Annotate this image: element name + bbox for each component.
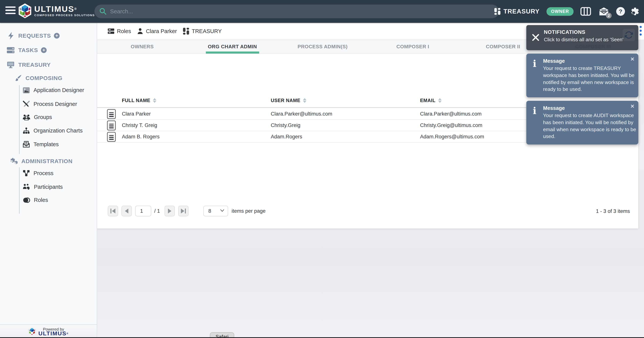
help-button[interactable]: ? — [616, 7, 625, 16]
composing-group-line — [19, 85, 20, 154]
row-menu-button[interactable] — [107, 109, 116, 119]
powered-by-footer: Powered by ULTIMUS® — [0, 324, 97, 338]
sidebar-section-administration[interactable]: ADMINISTRATION — [10, 158, 72, 165]
notification-message[interactable]: i ✕ Message Your request to create AUDIT… — [526, 101, 638, 145]
tasks-icon — [7, 47, 14, 54]
sort-icon — [438, 98, 442, 103]
sidebar-section-composing[interactable]: COMPOSING — [14, 75, 62, 82]
process-network-icon — [23, 170, 30, 176]
workspace-name[interactable]: TREASURY — [504, 8, 540, 15]
owner-badge: OWNER — [546, 7, 574, 16]
paintbrush-icon — [14, 75, 22, 82]
refresh-icon — [624, 31, 633, 39]
kebab-menu-icon[interactable] — [640, 26, 642, 37]
breadcrumb-item-roles[interactable]: Roles — [108, 28, 131, 34]
breadcrumb-item-workspace[interactable]: TREASURY — [183, 28, 222, 35]
close-icon[interactable]: ✕ — [630, 56, 634, 62]
image-icon — [23, 87, 30, 93]
powered-by-brand: ULTIMUS® — [38, 331, 68, 336]
top-navigation-bar: ULTIMUS® COMPOSED PROCESS SOLUTIONS TREA… — [0, 0, 644, 23]
columns-view-button[interactable] — [580, 7, 591, 16]
add-request-icon[interactable]: + — [54, 33, 60, 39]
cell-full-name: Adam B. Rogers — [122, 134, 160, 140]
notifications-dismiss-all[interactable]: NOTIFICATIONS Click to dismiss all and s… — [526, 25, 638, 50]
info-icon: i — [533, 59, 536, 68]
roles-icon — [23, 197, 30, 203]
workspace-blocks-icon — [494, 8, 500, 15]
sidebar-item-templates[interactable]: Templates — [23, 141, 59, 148]
templates-icon — [23, 141, 30, 148]
prev-page-button[interactable] — [122, 206, 132, 216]
cell-full-name: Clara Parker — [122, 111, 151, 117]
help-icon: ? — [616, 7, 625, 16]
cell-user-name: Clara.Parker@ultimus.com — [271, 111, 332, 117]
sidebar-item-participants[interactable]: Participants — [23, 184, 63, 190]
main-content: Roles Clara Parker TREASURY OWNERS ORG C… — [97, 23, 644, 338]
cell-email: Clara.Parker@ultimus.com — [420, 111, 482, 117]
notifications-panel: NOTIFICATIONS Click to dismiss all and s… — [526, 25, 638, 145]
add-task-icon[interactable]: + — [41, 47, 47, 53]
roles-breadcrumb-icon — [108, 28, 114, 34]
close-icon[interactable] — [532, 33, 540, 41]
items-range-label: 1 - 3 of 3 items — [596, 208, 630, 214]
topbar-actions: TREASURY OWNER 2 ? — [494, 0, 640, 23]
groups-icon — [23, 114, 30, 120]
gears-icon — [10, 158, 19, 165]
page-number-input[interactable] — [135, 206, 151, 216]
refresh-notifications-button[interactable] — [623, 29, 635, 41]
notification-message[interactable]: i ✕ Message Your request to create TREAS… — [526, 54, 638, 97]
sidebar-item-application-designer[interactable]: Application Designer — [23, 87, 84, 93]
cell-full-name: Christy T. Greig — [122, 122, 157, 128]
next-page-button[interactable] — [164, 206, 175, 216]
notifications-subtitle: Click to dismiss all and set as 'Seen' — [544, 37, 623, 43]
last-page-button[interactable] — [178, 206, 188, 216]
sidebar: REQUESTS + TASKS + TREASURY COMPOSING — [0, 23, 97, 338]
tab-process-admins[interactable]: PROCESS ADMIN(S) — [278, 40, 368, 53]
column-header-email[interactable]: EMAIL — [420, 98, 442, 103]
person-icon — [137, 28, 143, 34]
menu-hamburger-icon[interactable] — [5, 6, 16, 16]
row-menu-button[interactable] — [107, 132, 116, 142]
sidebar-item-process-designer[interactable]: Process Designer — [23, 101, 77, 107]
column-header-full-name[interactable]: FULL NAME — [122, 98, 156, 103]
mail-badge: 2 — [606, 13, 612, 18]
cell-email: Adam.Rogers@ultimus.com — [420, 134, 484, 140]
sidebar-item-groups[interactable]: Groups — [23, 114, 52, 120]
breadcrumb-item-user[interactable]: Clara Parker — [137, 28, 177, 34]
administration-group-line — [19, 167, 20, 214]
items-per-page-select[interactable]: 8 — [203, 206, 228, 216]
logo-wordmark: ULTIMUS® — [34, 5, 95, 13]
tab-composer-1[interactable]: COMPOSER I — [368, 40, 458, 53]
notifications-title: NOTIFICATIONS — [544, 29, 623, 35]
sidebar-item-roles[interactable]: Roles — [23, 197, 48, 203]
pen-brush-icon — [23, 101, 30, 107]
tab-org-chart-admin[interactable]: ORG CHART ADMIN — [187, 40, 278, 53]
ultimus-logo: ULTIMUS® COMPOSED PROCESS SOLUTIONS — [18, 3, 95, 19]
sidebar-item-treasury-workspace[interactable]: TREASURY — [7, 61, 51, 68]
column-header-user-name[interactable]: USER NAME — [271, 98, 306, 103]
sidebar-item-process[interactable]: Process — [23, 170, 54, 176]
items-per-page-label: items per page — [232, 208, 266, 214]
participants-icon — [23, 184, 30, 190]
sort-icon — [153, 98, 156, 103]
messages-button[interactable]: 2 — [599, 7, 609, 16]
cell-email: Christy.Greig@ultimus.com — [420, 122, 482, 128]
sidebar-item-requests[interactable]: REQUESTS + — [8, 32, 60, 39]
sidebar-item-tasks[interactable]: TASKS + — [7, 47, 47, 54]
sidebar-item-organization-charts[interactable]: Organization Charts — [23, 127, 83, 134]
pagination: / 1 8 items per page — [108, 206, 266, 216]
first-page-button[interactable] — [108, 206, 118, 216]
cell-user-name: Christy.Greig — [271, 122, 300, 128]
org-chart-icon — [23, 127, 30, 134]
ultimus-logo-icon — [18, 3, 32, 19]
close-icon[interactable]: ✕ — [630, 103, 634, 109]
settings-button[interactable] — [630, 7, 640, 16]
page-total-label: / 1 — [154, 208, 160, 214]
global-search — [94, 4, 499, 18]
tab-owners[interactable]: OWNERS — [97, 40, 187, 53]
columns-icon — [580, 7, 591, 16]
bolt-icon — [8, 32, 14, 39]
cell-user-name: Adam.Rogers — [271, 134, 302, 140]
row-menu-button[interactable] — [107, 121, 116, 130]
search-input[interactable] — [110, 8, 453, 15]
